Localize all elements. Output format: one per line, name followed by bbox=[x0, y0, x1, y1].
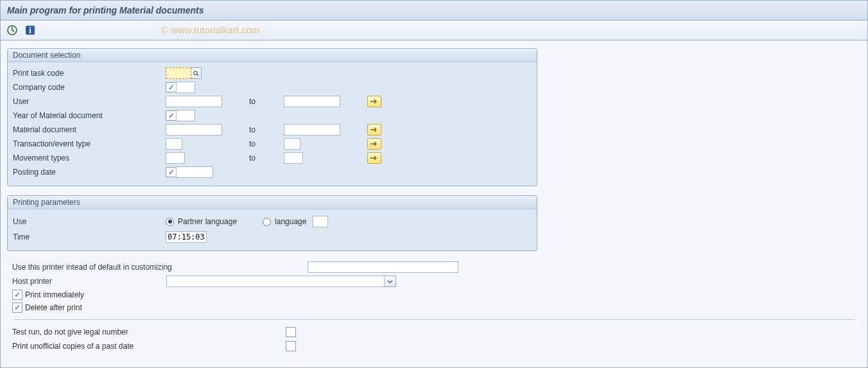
info-button[interactable] bbox=[24, 24, 37, 37]
input-posting-date[interactable] bbox=[176, 166, 213, 178]
checkbox-print-immediately[interactable] bbox=[12, 290, 22, 300]
input-trans-event-from[interactable] bbox=[166, 138, 182, 150]
arrow-right-icon bbox=[370, 127, 378, 132]
chevron-down-icon bbox=[387, 279, 393, 285]
page-title: Main program for printing Material docum… bbox=[7, 5, 204, 15]
input-company-code[interactable] bbox=[176, 82, 195, 93]
input-host-printer[interactable] bbox=[166, 276, 385, 287]
multiselect-movement[interactable] bbox=[367, 152, 381, 164]
group-title-printing-parameters: Printing parameters bbox=[8, 196, 537, 209]
dropdown-host-printer[interactable] bbox=[385, 276, 396, 287]
label-movement-types: Movement types bbox=[13, 153, 166, 162]
checkbox-year-material-doc[interactable] bbox=[166, 110, 176, 121]
checkbox-company-code[interactable] bbox=[166, 82, 176, 92]
watermark-text: © www.tutorialkart.com bbox=[161, 24, 260, 35]
app-toolbar: © www.tutorialkart.com bbox=[1, 21, 867, 40]
group-printing-parameters: Printing parameters Use Partner language… bbox=[7, 195, 537, 251]
checkbox-test-run[interactable] bbox=[286, 327, 296, 337]
arrow-right-icon bbox=[370, 99, 378, 104]
label-use: Use bbox=[13, 217, 166, 226]
f4-print-task-code[interactable] bbox=[191, 67, 202, 79]
label-print-unofficial: Print unofficial copies of a past date bbox=[12, 342, 286, 351]
label-time: Time bbox=[13, 232, 166, 241]
label-printer-override: Use this printer intead of default in cu… bbox=[12, 263, 308, 272]
label-print-immediately: Print immediately bbox=[25, 290, 84, 299]
label-user: User bbox=[13, 97, 166, 106]
input-movement-to[interactable] bbox=[284, 152, 303, 164]
checkbox-print-unofficial[interactable] bbox=[286, 341, 296, 351]
execute-button[interactable] bbox=[6, 24, 19, 37]
separator bbox=[13, 319, 855, 320]
multiselect-material-doc[interactable] bbox=[367, 124, 381, 136]
input-printer-override[interactable] bbox=[308, 261, 458, 273]
title-bar: Main program for printing Material docum… bbox=[1, 1, 867, 21]
checkbox-posting-date[interactable] bbox=[166, 167, 176, 177]
input-material-doc-from[interactable] bbox=[166, 124, 222, 136]
label-company-code: Company code bbox=[13, 83, 166, 92]
combo-host-printer[interactable] bbox=[166, 276, 396, 287]
label-print-task-code: Print task code bbox=[13, 69, 166, 78]
label-language: language bbox=[275, 217, 306, 226]
input-language[interactable] bbox=[313, 216, 328, 227]
input-year-material-doc[interactable] bbox=[176, 110, 195, 121]
label-to-trans-event: to bbox=[249, 139, 284, 148]
clock-execute-icon bbox=[6, 24, 19, 37]
radio-partner-language[interactable] bbox=[166, 218, 174, 226]
input-time[interactable] bbox=[166, 231, 207, 243]
label-test-run: Test run, do not give legal number bbox=[12, 328, 286, 337]
label-posting-date: Posting date bbox=[13, 168, 166, 177]
arrow-right-icon bbox=[370, 155, 378, 161]
svg-line-5 bbox=[196, 74, 198, 76]
radio-language[interactable] bbox=[263, 218, 271, 226]
label-host-printer: Host printer bbox=[12, 277, 166, 286]
content-area: Document selection Print task code Compa… bbox=[1, 40, 867, 361]
multiselect-user[interactable] bbox=[367, 96, 381, 107]
input-movement-from[interactable] bbox=[166, 152, 185, 164]
checkbox-delete-after-print[interactable] bbox=[12, 302, 22, 313]
input-print-task-code[interactable] bbox=[166, 67, 191, 79]
input-trans-event-to[interactable] bbox=[284, 138, 300, 150]
label-partner-language: Partner language bbox=[178, 217, 237, 226]
input-user-from[interactable] bbox=[166, 96, 222, 107]
label-to-movement: to bbox=[249, 153, 284, 162]
info-icon bbox=[24, 24, 37, 37]
label-to-user: to bbox=[249, 97, 284, 106]
arrow-right-icon bbox=[370, 141, 378, 146]
label-trans-event-type: Transaction/event type bbox=[13, 139, 166, 148]
label-delete-after-print: Delete after print bbox=[25, 303, 82, 312]
label-material-doc: Material document bbox=[13, 125, 166, 134]
input-material-doc-to[interactable] bbox=[284, 124, 340, 136]
sap-window: Main program for printing Material docum… bbox=[0, 0, 868, 368]
input-user-to[interactable] bbox=[284, 96, 340, 107]
multiselect-trans-event[interactable] bbox=[367, 138, 381, 150]
label-to-material-doc: to bbox=[249, 125, 284, 134]
svg-rect-3 bbox=[30, 29, 31, 33]
label-year-material-doc: Year of Material document bbox=[13, 111, 166, 120]
group-title-document-selection: Document selection bbox=[8, 49, 537, 62]
svg-rect-2 bbox=[30, 27, 31, 28]
search-help-icon bbox=[193, 71, 199, 76]
group-document-selection: Document selection Print task code Compa… bbox=[7, 48, 537, 186]
